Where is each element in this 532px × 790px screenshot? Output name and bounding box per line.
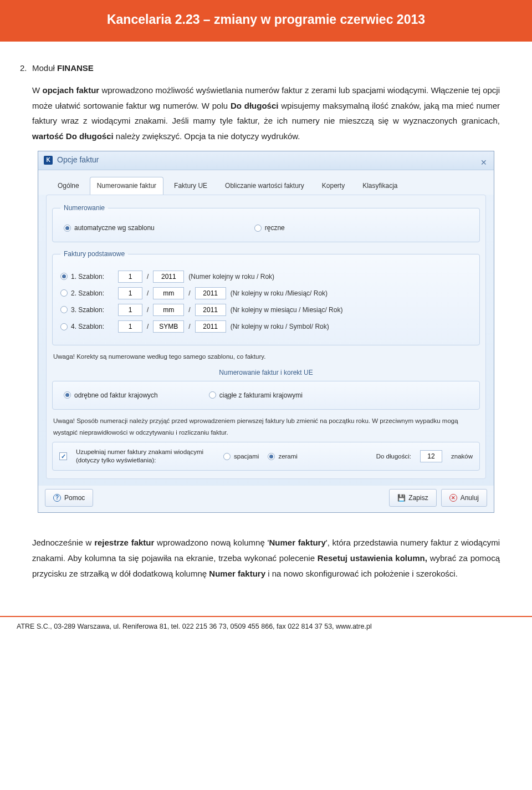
radio-zeros-label: zerami: [278, 451, 298, 462]
tab-content: Numerowanie automatyczne wg szablonu ręc…: [46, 195, 486, 479]
radio-icon: [268, 453, 275, 460]
save-icon: 💾: [397, 494, 405, 502]
window-title: Opcje faktur: [57, 153, 99, 167]
section-number: 2.: [20, 60, 27, 76]
template-1-field-1[interactable]: [118, 271, 142, 283]
slash-icon: /: [188, 304, 190, 316]
close-icon[interactable]: ✕: [480, 156, 487, 170]
slash-icon: /: [147, 287, 149, 299]
template-3-label: 3. Szablon:: [71, 304, 104, 316]
template-row-2: 2. Szablon: / / (Nr kolejny w roku /Mies…: [60, 287, 472, 299]
checkbox-fill-leading[interactable]: [59, 452, 67, 460]
save-button[interactable]: 💾 Zapisz: [389, 489, 436, 507]
radio-manual[interactable]: ręczne: [254, 222, 285, 234]
radio-manual-label: ręczne: [265, 222, 285, 234]
radio-template-2[interactable]: [60, 289, 68, 297]
radio-continuous[interactable]: ciągłe z fakturami krajowymi: [209, 389, 303, 401]
radio-separate[interactable]: odrębne od faktur krajowych: [64, 389, 158, 401]
template-4-field-1[interactable]: [118, 320, 142, 333]
length-label: Do długości:: [376, 451, 411, 462]
slash-icon: /: [147, 304, 149, 316]
template-3-field-1[interactable]: [118, 304, 142, 316]
page-footer: ATRE S.C., 03-289 Warszawa, ul. Renifero…: [0, 616, 532, 646]
tab-eu[interactable]: Faktury UE: [167, 177, 214, 195]
app-icon: K: [44, 156, 53, 165]
paragraph-1: W opcjach faktur wprowadzono możliwość w…: [32, 83, 500, 144]
section-lead-bold: FINANSE: [57, 63, 94, 73]
slash-icon: /: [147, 320, 149, 333]
fill-leading-row: Uzupełniaj numer faktury znakami wiodący…: [52, 442, 480, 471]
legend-numbering: Numerowanie: [60, 202, 108, 214]
radio-icon: [60, 273, 68, 280]
legend-basic-invoices: Faktury podstawowe: [60, 248, 128, 260]
section-heading-line: Moduł FINANSE: [32, 60, 500, 76]
radio-icon: [64, 391, 71, 399]
tab-general[interactable]: Ogólne: [50, 177, 86, 195]
help-icon: ?: [53, 494, 61, 502]
radio-icon: [254, 225, 262, 232]
radio-icon: [60, 289, 68, 297]
template-4-field-3[interactable]: [195, 320, 226, 333]
p1d: Do długości: [231, 101, 279, 110]
template-4-label: 4. Szablon:: [71, 320, 104, 333]
template-2-label: 2. Szablon:: [71, 287, 104, 299]
length-unit: znaków: [451, 451, 473, 462]
radio-spaces-label: spacjami: [234, 451, 259, 462]
warning-numbering-method: Uwaga! Sposób numeracji należy przyjąć p…: [53, 415, 479, 439]
tab-numbering[interactable]: Numerowanie faktur: [90, 177, 163, 195]
radio-template-1[interactable]: [60, 273, 68, 280]
radio-template-4[interactable]: [60, 323, 68, 330]
template-2-field-1[interactable]: [118, 287, 142, 299]
template-row-1: 1. Szablon: / (Numer kolejny w roku / Ro…: [60, 271, 472, 283]
fieldset-basic-invoices: Faktury podstawowe 1. Szablon: / (Numer …: [52, 248, 480, 345]
radio-separate-label: odrębne od faktur krajowych: [74, 389, 158, 401]
template-3-field-3[interactable]: [195, 304, 226, 316]
radio-spaces[interactable]: spacjami: [223, 451, 259, 462]
fieldset-numbering: Numerowanie automatyczne wg szablonu ręc…: [52, 202, 480, 242]
radio-auto-template[interactable]: automatyczne wg szablonu: [64, 222, 155, 234]
radio-icon: [60, 306, 68, 313]
radio-template-3[interactable]: [60, 306, 68, 313]
p2b: rejestrze faktur: [94, 538, 154, 547]
p1a: W: [32, 85, 42, 95]
cancel-button-label: Anuluj: [461, 492, 479, 504]
radio-continuous-label: ciągłe z fakturami krajowymi: [219, 389, 303, 401]
template-1-desc: (Numer kolejny w roku / Rok): [188, 271, 274, 283]
length-input[interactable]: [420, 450, 442, 462]
radio-auto-label: automatyczne wg szablonu: [74, 222, 155, 234]
radio-icon: [60, 323, 68, 330]
template-3-field-2[interactable]: [153, 304, 184, 316]
template-3-desc: (Nr kolejny w miesiącu / Miesiąc/ Rok): [231, 304, 343, 316]
p2a: Jednocześnie w: [32, 538, 94, 547]
tab-classification[interactable]: Klasyfikacja: [355, 177, 405, 195]
p2c: wprowadzono nową kolumnę ': [154, 538, 269, 547]
slash-icon: /: [188, 287, 190, 299]
template-2-field-3[interactable]: [195, 287, 226, 299]
template-1-field-2[interactable]: [153, 271, 184, 283]
help-button-label: Pomoc: [64, 492, 85, 504]
template-row-3: 3. Szablon: / / (Nr kolejny w miesiącu /…: [60, 304, 472, 316]
p2f: Resetuj ustawienia kolumn,: [318, 553, 427, 563]
help-button[interactable]: ? Pomoc: [45, 489, 93, 507]
template-1-label: 1. Szablon:: [71, 271, 104, 283]
section-lead-text: Moduł: [32, 63, 57, 73]
fill-leading-label: Uzupełniaj numer faktury znakami wiodący…: [76, 448, 214, 465]
cancel-icon: ✕: [449, 494, 457, 502]
p2d: Numer faktury: [269, 538, 325, 547]
radio-zeros[interactable]: zerami: [268, 451, 298, 462]
p2i: i na nowo skonfigurować ich położenie i …: [265, 569, 458, 578]
template-2-field-2[interactable]: [153, 287, 184, 299]
template-4-desc: (Nr kolejny w roku / Symbol/ Rok): [231, 320, 329, 333]
warning-corrections: Uwaga! Korekty są numerowane według tego…: [53, 351, 479, 363]
tab-valuecalc[interactable]: Obliczanie wartości faktury: [218, 177, 311, 195]
fieldset-eu-numbering: odrębne od faktur krajowych ciągłe z fak…: [52, 381, 480, 410]
p1g: należy zwiększyć. Opcja ta nie dotyczy w…: [114, 131, 300, 141]
template-4-field-2[interactable]: [153, 320, 184, 333]
sub-legend-eu: Numerowanie faktur i korekt UE: [52, 366, 480, 379]
tab-envelopes[interactable]: Koperty: [315, 177, 352, 195]
cancel-button[interactable]: ✕ Anuluj: [441, 489, 487, 507]
save-button-label: Zapisz: [408, 492, 428, 504]
template-row-4: 4. Szablon: / / (Nr kolejny w roku / Sym…: [60, 320, 472, 333]
slash-icon: /: [188, 320, 190, 333]
window-titlebar: K Opcje faktur ✕: [38, 151, 494, 170]
